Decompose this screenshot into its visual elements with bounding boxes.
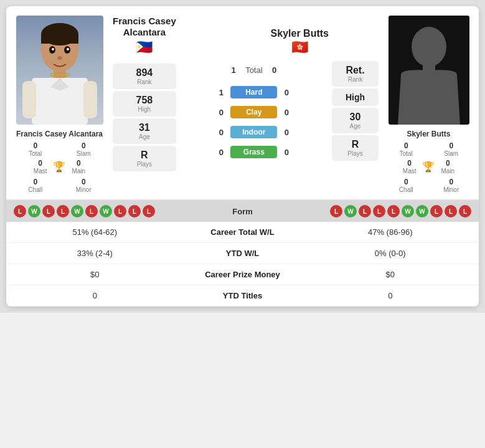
left-main-item: 0 Main xyxy=(72,159,85,174)
left-data-cards: Francis Casey Alcantara 🇵🇭 894 Rank 758 … xyxy=(113,16,176,193)
right-high-val: High xyxy=(339,92,371,102)
right-player-photo xyxy=(388,16,469,125)
left-mast-item: 0 Mast xyxy=(34,159,47,174)
form-dot-l: L xyxy=(42,205,55,217)
right-total-lbl: Total xyxy=(400,150,413,157)
right-total-val: 0 xyxy=(404,141,408,150)
left-plays-val: R xyxy=(119,150,170,161)
left-name-header: Francis Casey Alcantara 🇵🇭 xyxy=(113,16,176,62)
left-mast-val: 0 xyxy=(38,159,42,168)
left-age-card: 31 Age xyxy=(113,118,176,144)
stats-center-3: YTD Titles xyxy=(174,291,311,300)
right-spacer xyxy=(332,16,379,59)
right-slam-val: 0 xyxy=(449,141,453,150)
top-section: Francis Casey Alcantara 0 Total 0 Slam 0… xyxy=(6,6,479,199)
right-rank-val: Ret. xyxy=(339,65,371,76)
right-slam-item: 0 Slam xyxy=(432,141,471,157)
left-minor-item: 0 Minor xyxy=(63,178,105,193)
right-total-item: 0 Total xyxy=(387,141,426,157)
stats-left-2: $0 xyxy=(16,270,174,279)
clay-left-score: 0 xyxy=(215,108,227,117)
form-dot-l: L xyxy=(114,205,126,217)
form-dot-l: L xyxy=(387,205,400,217)
right-age-card: 30 Age xyxy=(332,108,379,133)
page-container: Francis Casey Alcantara 0 Total 0 Slam 0… xyxy=(0,0,485,313)
stats-center-0: Career Total W/L xyxy=(174,227,311,237)
left-name-line2: Alcantara xyxy=(123,27,166,37)
svg-point-9 xyxy=(67,48,69,50)
stats-right-1: 0% (0-0) xyxy=(311,249,470,258)
left-chall-item: 0 Chall xyxy=(14,178,57,193)
form-dot-l: L xyxy=(359,205,371,217)
left-total-item: 0 Total xyxy=(14,141,57,157)
left-player-mini-stats2: 0 Chall 0 Minor xyxy=(11,178,108,193)
right-slam-lbl: Slam xyxy=(444,150,458,157)
left-form-dots: LWLLWLWLLL xyxy=(14,205,155,217)
right-player-mini-stats2: 0 Chall 0 Minor xyxy=(384,178,474,193)
form-dot-w: W xyxy=(100,205,112,217)
right-trophy-row: 0 Mast 🏆 0 Main xyxy=(403,159,454,174)
form-dot-w: W xyxy=(416,205,428,217)
left-main-lbl: Main xyxy=(72,168,85,174)
right-player-mini-stats: 0 Total 0 Slam xyxy=(384,141,474,157)
left-player-col: Francis Casey Alcantara 0 Total 0 Slam 0… xyxy=(11,16,108,193)
form-dot-l: L xyxy=(14,205,26,217)
left-rank-val: 894 xyxy=(119,67,170,79)
stats-row-0: 51% (64-62) Career Total W/L 47% (86-96) xyxy=(6,222,479,243)
left-high-val: 758 xyxy=(119,95,170,106)
form-dot-l: L xyxy=(57,205,69,217)
total-left-score: 1 xyxy=(228,65,239,75)
right-main-lbl: Main xyxy=(441,168,454,174)
left-slam-val: 0 xyxy=(82,141,86,150)
form-dot-w: W xyxy=(344,205,357,217)
form-dot-l: L xyxy=(85,205,98,217)
stats-left-0: 51% (64-62) xyxy=(16,227,174,237)
right-chall-lbl: Chall xyxy=(399,186,413,193)
right-data-cards: Ret. Rank High 30 Age R Plays xyxy=(332,16,379,193)
right-mast-val: 0 xyxy=(407,159,412,168)
scores-header: Skyler Butts 🇭🇰 xyxy=(179,28,329,55)
stats-right-2: $0 xyxy=(311,270,470,279)
left-rank-card: 894 Rank xyxy=(113,64,176,89)
left-high-card: 758 High xyxy=(113,91,176,117)
middle-col: Francis Casey Alcantara 🇵🇭 894 Rank 758 … xyxy=(113,16,379,193)
grass-left-score: 0 xyxy=(215,148,227,157)
left-flag: 🇵🇭 xyxy=(113,39,176,55)
right-main-val: 0 xyxy=(446,159,450,168)
total-label: Total xyxy=(245,65,262,75)
right-form-dots: LWLLLWWLLL xyxy=(330,205,471,217)
right-age-val: 30 xyxy=(339,112,371,123)
left-age-val: 31 xyxy=(119,122,170,133)
right-chall-val: 0 xyxy=(404,178,408,186)
stats-right-0: 47% (86-96) xyxy=(311,227,470,237)
stats-right-3: 0 xyxy=(311,291,470,300)
total-right-score: 0 xyxy=(269,65,280,75)
left-chall-lbl: Chall xyxy=(28,186,42,193)
stats-row-2: $0 Career Prize Money $0 xyxy=(6,264,479,285)
left-total-lbl: Total xyxy=(29,150,42,157)
left-main-val: 0 xyxy=(77,159,81,168)
clay-score-line: 0 Clay 0 xyxy=(179,103,329,121)
form-dot-w: W xyxy=(71,205,83,217)
left-high-lbl: High xyxy=(119,106,170,113)
trophy-icon-center: 🏆 xyxy=(53,161,65,173)
left-chall-val: 0 xyxy=(33,178,37,186)
left-player-name: Francis Casey Alcantara xyxy=(16,130,103,138)
right-name-display: Skyler Butts xyxy=(271,28,329,39)
left-minor-val: 0 xyxy=(82,178,86,186)
form-dot-l: L xyxy=(430,205,443,217)
left-slam-item: 0 Slam xyxy=(63,141,105,157)
left-total-val: 0 xyxy=(33,141,37,150)
indoor-score-line: 0 Indoor 0 xyxy=(179,123,329,141)
stats-left-3: 0 xyxy=(16,291,174,300)
right-age-lbl: Age xyxy=(339,123,371,130)
right-minor-item: 0 Minor xyxy=(432,178,471,193)
grass-score-line: 0 Grass 0 xyxy=(179,143,329,161)
scores-col: Skyler Butts 🇭🇰 1 Total 0 1 Hard 0 xyxy=(179,16,329,193)
svg-rect-12 xyxy=(22,81,36,118)
hard-score-line: 1 Hard 0 xyxy=(179,83,329,101)
svg-point-8 xyxy=(52,48,54,50)
form-label: Form xyxy=(155,207,330,216)
left-minor-lbl: Minor xyxy=(76,186,92,193)
form-dot-l: L xyxy=(128,205,141,217)
